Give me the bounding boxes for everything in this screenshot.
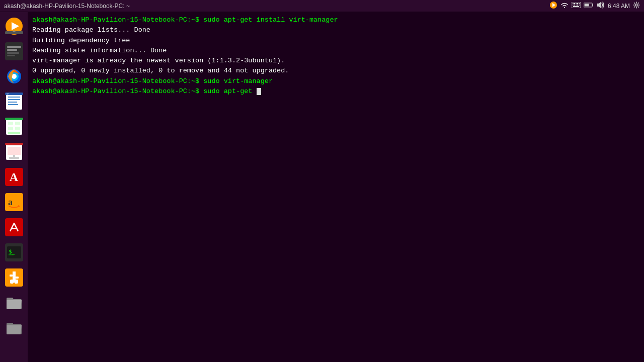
- svg-rect-32: [8, 97, 20, 98]
- svg-rect-6: [577, 3, 578, 4]
- sidebar-item-files[interactable]: [2, 291, 26, 315]
- volume-icon[interactable]: [597, 1, 605, 11]
- svg-rect-24: [7, 46, 21, 48]
- terminal-line-1: akash@akash-HP-Pavilion-15-Notebook-PC:~…: [32, 15, 640, 25]
- svg-rect-16: [584, 4, 589, 6]
- svg-rect-11: [577, 5, 578, 6]
- keyboard-icon: [572, 2, 581, 10]
- svg-rect-25: [7, 49, 17, 51]
- svg-rect-39: [5, 118, 23, 120]
- svg-rect-48: [9, 157, 19, 159]
- system-tray: 6:48 AM: [549, 1, 640, 11]
- sidebar-item-font[interactable]: A: [2, 165, 26, 189]
- terminal-line-7: akash@akash-HP-Pavilion-15-Notebook-PC:~…: [32, 76, 640, 86]
- sidebar-item-usb[interactable]: [2, 265, 26, 290]
- titlebar: akash@akash-HP-Pavilion-15-Notebook-PC: …: [0, 0, 644, 12]
- terminal-line-6: 0 upgraded, 0 newly installed, 0 to remo…: [32, 66, 640, 76]
- settings-icon[interactable]: [633, 2, 640, 11]
- terminal-cursor: [257, 88, 261, 95]
- sidebar-item-calc[interactable]: [2, 115, 26, 139]
- svg-rect-47: [8, 147, 21, 155]
- svg-rect-43: [15, 127, 20, 130]
- wifi-icon[interactable]: [560, 1, 569, 11]
- svg-rect-42: [8, 127, 13, 130]
- svg-rect-3: [573, 3, 574, 4]
- sidebar-item-scratch[interactable]: [2, 215, 26, 239]
- sidebar: W: [0, 12, 28, 362]
- sidebar-item-impress[interactable]: [2, 140, 26, 164]
- sidebar-item-vlc[interactable]: [2, 14, 26, 38]
- sidebar-item-writer[interactable]: W: [2, 89, 26, 114]
- svg-rect-41: [15, 122, 20, 125]
- svg-rect-7: [579, 3, 580, 4]
- svg-marker-17: [597, 2, 601, 8]
- svg-rect-44: [8, 132, 20, 134]
- terminal[interactable]: akash@akash-HP-Pavilion-15-Notebook-PC:~…: [28, 12, 644, 362]
- svg-rect-5: [576, 3, 577, 4]
- terminal-line-5: virt-manager is already the newest versi…: [32, 56, 640, 66]
- svg-rect-8: [573, 5, 574, 6]
- svg-marker-51: [18, 205, 20, 207]
- svg-rect-10: [576, 5, 577, 6]
- clock: 6:48 AM: [608, 3, 630, 10]
- terminal-line-8: akash@akash-HP-Pavilion-15-Notebook-PC:~…: [32, 86, 640, 97]
- svg-point-18: [635, 4, 637, 6]
- sidebar-item-folder2[interactable]: [2, 316, 26, 340]
- sidebar-item-terminal[interactable]: $_: [2, 240, 26, 264]
- terminal-line-2: Reading package lists... Done: [32, 25, 640, 35]
- svg-rect-23: [5, 42, 23, 60]
- svg-rect-49: [13, 155, 15, 157]
- svg-rect-26: [7, 52, 19, 54]
- sidebar-item-ubuntu[interactable]: [2, 39, 26, 63]
- svg-rect-27: [7, 55, 15, 56]
- terminal-line-4: Reading state information... Done: [32, 46, 640, 56]
- svg-text:W: W: [7, 93, 9, 95]
- svg-rect-9: [574, 5, 575, 6]
- sidebar-item-firefox[interactable]: [2, 64, 26, 88]
- terminal-line-3: Building dependency tree: [32, 36, 640, 46]
- svg-rect-60: [16, 277, 19, 279]
- svg-rect-34: [8, 102, 17, 103]
- svg-rect-40: [8, 122, 13, 125]
- svg-rect-46: [5, 143, 23, 145]
- svg-rect-12: [579, 5, 580, 6]
- vlc-tray-icon: [549, 1, 557, 11]
- svg-rect-33: [8, 99, 20, 100]
- svg-rect-4: [574, 3, 575, 4]
- svg-rect-59: [10, 275, 13, 277]
- main-layout: W: [0, 12, 644, 362]
- svg-rect-15: [592, 4, 593, 6]
- titlebar-title: akash@akash-HP-Pavilion-15-Notebook-PC: …: [4, 3, 130, 10]
- svg-rect-55: [9, 254, 14, 255]
- sidebar-item-amazon[interactable]: a: [2, 190, 26, 214]
- svg-point-58: [13, 283, 15, 285]
- battery-icon: [584, 2, 594, 10]
- svg-rect-13: [573, 6, 579, 7]
- svg-text:a: a: [8, 197, 13, 207]
- svg-text:$_: $_: [9, 248, 16, 255]
- svg-rect-35: [8, 104, 18, 105]
